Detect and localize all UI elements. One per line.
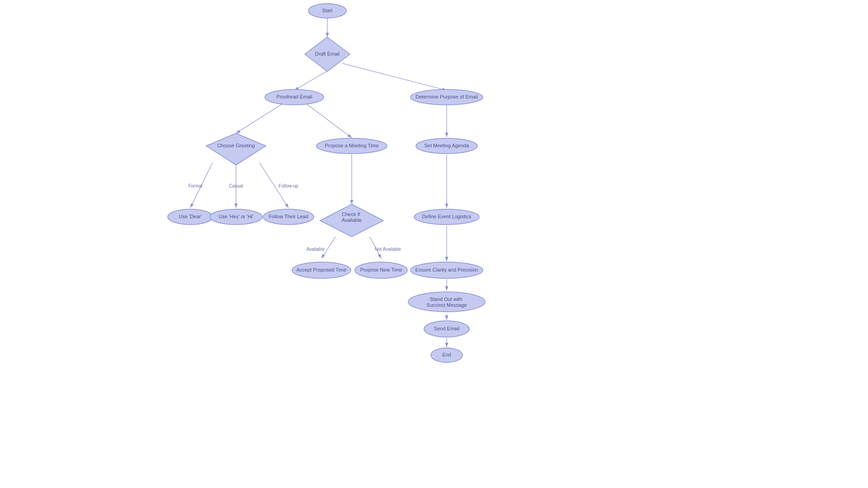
stand-out-label: Stand Out with Succinct Message — [426, 296, 467, 308]
use-dear-label: Use 'Dear' — [179, 214, 202, 219]
svg-line-2 — [294, 71, 327, 90]
available-label: Available — [307, 247, 325, 252]
end-label: End — [442, 352, 451, 357]
svg-line-4 — [236, 104, 282, 133]
svg-line-3 — [342, 63, 447, 90]
send-email-label: Send Email — [434, 326, 459, 331]
choose-greeting-label: Choose Greeting — [217, 143, 255, 148]
start-label: Start — [322, 8, 332, 13]
not-available-label: Not Available — [375, 247, 401, 252]
follow-lead-label: Follow Their Lead — [269, 214, 308, 219]
casual-label: Casual — [229, 183, 243, 188]
determine-purpose-label: Determine Purpose of Email — [415, 94, 478, 99]
check-available-label: Check If Available — [342, 211, 362, 223]
set-meeting-label: Set Meeting Agenda — [424, 143, 469, 148]
draft-email-label: Draft Email — [315, 51, 340, 56]
accept-time-label: Accept Proposed Time — [297, 267, 347, 272]
propose-new-label: Propose New Time — [360, 267, 402, 272]
svg-line-5 — [307, 104, 352, 138]
use-hey-hi-label: Use 'Hey' or 'Hi' — [219, 214, 254, 219]
define-event-label: Define Event Logistics — [422, 214, 472, 219]
followup-label: Follow-up — [278, 183, 298, 188]
proofread-label: Proofread Email — [277, 94, 312, 99]
propose-meeting-label: Propose a Meeting Time — [325, 143, 378, 148]
choose-greeting-node — [206, 133, 266, 165]
formal-label: Formal — [188, 183, 202, 188]
ensure-clarity-label: Ensure Clarity and Precision — [415, 267, 478, 272]
